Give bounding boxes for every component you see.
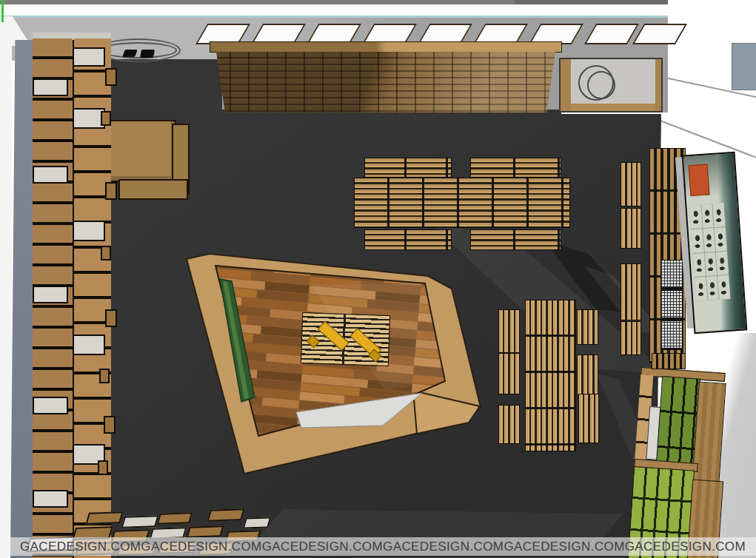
shelving-column-inner <box>74 38 111 558</box>
art-glyph-cell <box>705 252 717 276</box>
art-orange-seal <box>689 164 710 196</box>
watermark-text: GACEDESIGN.COM <box>20 539 141 554</box>
watermark-text: GACEDESIGN.COM <box>141 539 261 554</box>
watermark-text: GACEDESIGN.COM <box>262 539 383 554</box>
render-canvas: GACEDESIGN.COMGACEDESIGN.COMGACEDESIGN.C… <box>0 0 756 558</box>
art-glyph-grid <box>689 203 730 301</box>
yellow-seat <box>318 321 349 352</box>
art-glyph-cell <box>703 228 715 252</box>
art-glyph-cell <box>695 277 707 301</box>
platform-slat-table <box>301 312 390 366</box>
art-glyph-cell <box>706 276 719 300</box>
yellow-seat-end <box>307 335 320 348</box>
art-glyph-cell <box>713 203 726 227</box>
art-glyph-cell <box>716 251 729 275</box>
oval-table-inner-ring <box>100 42 177 58</box>
art-glyph-cell <box>715 227 727 252</box>
wood-desk-front <box>118 179 188 200</box>
art-glyph-cell <box>692 229 704 253</box>
chair-glyph <box>140 50 155 58</box>
art-glyph-cell <box>701 204 714 228</box>
watermark-band: GACEDESIGN.COMGACEDESIGN.COMGACEDESIGN.C… <box>0 537 756 556</box>
left-cube-shelving <box>33 33 111 558</box>
right-window-opening <box>732 43 756 90</box>
axis-line <box>1 0 4 22</box>
art-glyph-cell <box>717 275 730 300</box>
service-cabinet <box>559 58 663 112</box>
slatted-panel-beam <box>210 41 562 53</box>
watermark-text: GACEDESIGN.COM <box>625 539 746 554</box>
art-glyph-cell <box>693 253 706 278</box>
slatted-wall-panel <box>211 52 561 112</box>
mesh-baskets <box>660 260 683 350</box>
left-blue-gray-wall <box>10 40 34 558</box>
basin-circle-inner <box>587 71 615 99</box>
left-outer-wall <box>0 16 12 558</box>
top-white-band <box>0 4 703 16</box>
slat-piece <box>652 353 686 369</box>
shelving-column-outer <box>33 38 73 558</box>
art-glyph-cell <box>689 204 702 229</box>
watermark-text: GACEDESIGN.COM <box>504 539 624 554</box>
watermark-text: GACEDESIGN.COM <box>383 539 504 554</box>
